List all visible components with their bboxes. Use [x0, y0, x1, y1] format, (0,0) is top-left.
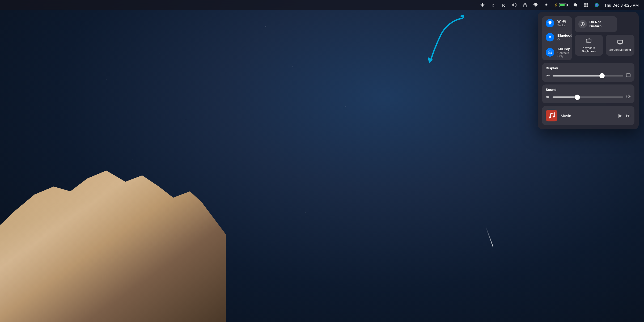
svg-rect-9 [586, 6, 588, 7]
cc-sound-slider-row [546, 94, 631, 100]
music-app-label: Music [561, 113, 615, 118]
cc-wifi-icon [546, 19, 554, 27]
music-app-icon [546, 110, 557, 121]
display-brightness-slider[interactable] [553, 75, 623, 77]
keyboard-brightness-icon [586, 37, 592, 45]
screen-mirroring-icon [617, 39, 623, 46]
cc-music-controls: ▶ ⏭ [618, 113, 631, 118]
bluetooth-menubar-icon[interactable] [543, 2, 549, 8]
svg-point-5 [574, 3, 577, 6]
svg-point-1 [515, 5, 515, 6]
cc-top-right: Do Not Disturb [575, 16, 634, 60]
1password-icon[interactable] [522, 2, 528, 8]
skip-forward-button[interactable]: ⏭ [626, 113, 631, 118]
cc-airdrop-subtitle: Contacts Only [557, 51, 570, 58]
cc-display-title: Display [546, 66, 631, 70]
cc-do-not-disturb[interactable]: Do Not Disturb [575, 16, 617, 32]
cc-airdrop-title: AirDrop [557, 47, 570, 51]
cc-airdrop-item[interactable]: AirDrop Contacts Only [542, 44, 572, 60]
cc-dnd-label: Do Not Disturb [590, 20, 613, 28]
screen-mirroring-label: Screen Mirroring [609, 48, 631, 52]
cc-network-section: Wi-Fi Tucks Bluetooth On [542, 16, 572, 60]
display-expand-icon[interactable] [626, 73, 631, 79]
klokki-icon[interactable]: K [501, 2, 507, 8]
battery-icon[interactable]: ⚡ [554, 3, 568, 7]
keyboard-brightness-label: Keyboard Brightness [577, 46, 601, 53]
dropbox-icon[interactable] [480, 2, 485, 8]
sound-volume-slider[interactable] [553, 96, 623, 98]
svg-point-3 [524, 6, 525, 6]
svg-rect-22 [590, 41, 591, 41]
cc-bt-title: Bluetooth [557, 33, 572, 37]
menubar: t K ⚡ [0, 0, 644, 10]
svg-rect-23 [618, 40, 622, 43]
search-icon[interactable] [573, 2, 578, 8]
cc-bt-text: Bluetooth On [557, 33, 572, 41]
svg-point-26 [549, 117, 551, 118]
cc-screen-mirroring-btn[interactable]: Screen Mirroring [606, 35, 634, 56]
menubar-time[interactable]: Thu Dec 3 4:25 PM [604, 3, 639, 7]
svg-rect-16 [586, 39, 591, 42]
svg-point-13 [550, 24, 550, 25]
textsoap-icon[interactable]: t [490, 2, 496, 8]
control-center-icon[interactable] [583, 2, 589, 8]
svg-rect-18 [588, 40, 589, 40]
cc-bluetooth-icon [546, 33, 554, 41]
do-not-disturb-icon [578, 20, 587, 28]
svg-rect-17 [587, 40, 588, 40]
svg-rect-21 [588, 41, 589, 41]
svg-point-0 [512, 3, 516, 7]
cc-bluetooth-item[interactable]: Bluetooth On [542, 30, 572, 44]
play-button[interactable]: ▶ [618, 113, 622, 118]
cc-top-row: Wi-Fi Tucks Bluetooth On [542, 16, 634, 60]
volume-icon [546, 95, 550, 100]
cc-airdrop-text: AirDrop Contacts Only [557, 47, 570, 58]
cc-airdrop-icon [546, 48, 554, 57]
control-center-panel: Wi-Fi Tucks Bluetooth On [538, 12, 639, 129]
svg-rect-8 [584, 6, 586, 7]
cc-keyboard-brightness-btn[interactable]: Keyboard Brightness [575, 35, 603, 56]
cc-sound-section: Sound [542, 84, 634, 103]
scrobbles-icon[interactable] [511, 2, 517, 8]
cc-wifi-item[interactable]: Wi-Fi Tucks [542, 16, 572, 30]
siri-icon[interactable] [594, 2, 600, 8]
svg-point-27 [553, 116, 555, 117]
svg-point-15 [583, 24, 583, 25]
cc-display-slider-row [546, 73, 631, 79]
cc-music-section: Music ▶ ⏭ [542, 106, 634, 125]
svg-rect-20 [587, 41, 588, 41]
cc-wifi-text: Wi-Fi Tucks [557, 19, 566, 27]
cc-display-section: Display [542, 63, 634, 82]
svg-point-4 [535, 6, 536, 6]
airplay-icon[interactable] [626, 94, 631, 100]
wifi-menubar-icon[interactable] [533, 2, 539, 8]
cc-bottom-buttons: Keyboard Brightness Screen Mirroring [575, 35, 634, 56]
brightness-low-icon [546, 73, 550, 78]
svg-rect-6 [584, 3, 586, 5]
menubar-right: t K ⚡ [480, 2, 639, 8]
cc-bt-subtitle: On [557, 38, 572, 41]
svg-rect-7 [586, 3, 588, 5]
cc-wifi-subtitle: Tucks [557, 24, 566, 27]
cc-wifi-title: Wi-Fi [557, 19, 566, 23]
cc-sound-title: Sound [546, 88, 631, 92]
svg-point-24 [547, 75, 548, 76]
svg-rect-25 [626, 74, 630, 77]
svg-rect-19 [590, 40, 591, 40]
